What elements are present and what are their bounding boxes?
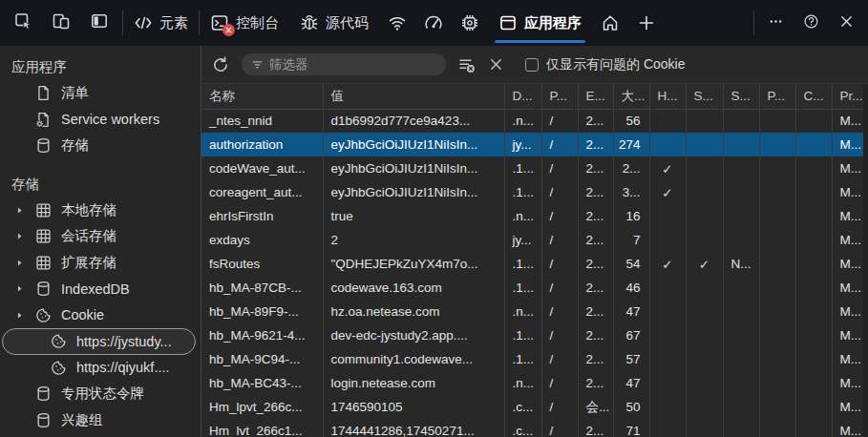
- table-row[interactable]: exdays2jy.../2...7M...: [201, 228, 868, 252]
- cookie-filter-input[interactable]: [269, 57, 436, 72]
- tab-performance[interactable]: [415, 0, 452, 46]
- chevron-right-icon[interactable]: [15, 311, 24, 320]
- tab-sources[interactable]: 源代码: [289, 0, 379, 46]
- home-icon: [601, 13, 620, 32]
- cell-httponly: [649, 204, 686, 228]
- tab-application[interactable]: 应用程序: [488, 0, 592, 46]
- tab-label: 源代码: [326, 14, 369, 32]
- sidebar-item-cookie-jystudy[interactable]: https://jystudy...: [2, 328, 196, 355]
- cell-httponly: [649, 371, 686, 395]
- sidebar-item-indexeddb[interactable]: IndexedDB: [0, 276, 201, 302]
- tab-network[interactable]: [379, 0, 415, 46]
- only-blocked-cookies-toggle: 仅显示有问题的 Cookie: [525, 56, 685, 73]
- cell-crosssite: [795, 252, 832, 276]
- tab-home[interactable]: [592, 0, 628, 46]
- sidebar-item-local-storage[interactable]: 本地存储: [0, 198, 201, 224]
- cell-crosssite: [795, 204, 832, 228]
- table-row[interactable]: hb_MA-9621-4...dev-edc-jystudy2.app.....…: [201, 323, 868, 347]
- chevron-right-icon[interactable]: [15, 284, 24, 293]
- sidebar-item-label: 会话存储: [61, 227, 116, 245]
- column-header-value[interactable]: 值: [323, 84, 504, 109]
- refresh-icon[interactable]: [211, 55, 230, 74]
- close-button[interactable]: [838, 13, 855, 33]
- table-row[interactable]: coreagent_aut...eyJhbGciOiJIUzI1NiIsIn..…: [201, 180, 868, 204]
- cell-samesite: [723, 204, 759, 228]
- table-row[interactable]: hb_MA-87CB-...codewave.163.com.1.../2...…: [201, 276, 868, 300]
- cell-partitionkey: [759, 347, 795, 371]
- cell-httponly: [649, 419, 686, 437]
- column-header-secure[interactable]: S...: [686, 84, 723, 109]
- table-row[interactable]: Hm_lvt_266c1...1744441286,17450271....c.…: [201, 419, 868, 437]
- help-button[interactable]: [803, 13, 819, 33]
- cell-path: /: [541, 395, 578, 419]
- sidebar-item-storage[interactable]: 存储: [0, 133, 201, 159]
- tab-console[interactable]: 控制台: [200, 0, 289, 46]
- table-row[interactable]: codeWave_aut...eyJhbGciOiJIUzI1NiIsIn...…: [201, 156, 868, 180]
- column-header-samesite[interactable]: S...: [723, 84, 759, 109]
- cell-domain: .n...: [504, 371, 541, 395]
- cell-secure: [686, 228, 723, 252]
- tab-new-tab[interactable]: [628, 0, 665, 46]
- clear-all-icon[interactable]: [488, 56, 504, 73]
- cell-path: /: [541, 133, 578, 156]
- column-header-path[interactable]: P...: [541, 84, 578, 109]
- table-row[interactable]: fsRoutes"QDHEJEPkZuYX4m7o....1.../2...54…: [201, 252, 868, 276]
- sidebar-item-label: 本地存储: [61, 201, 116, 219]
- sidebar-item-cookie-qiyukf[interactable]: https://qiyukf....: [0, 355, 201, 382]
- table-row[interactable]: hb_MA-BC43-...login.netease.com.n.../2..…: [201, 371, 868, 395]
- sidebar-item-session-storage[interactable]: 会话存储: [0, 223, 201, 250]
- tab-memory[interactable]: [452, 0, 488, 46]
- sidebar-item-interest-groups[interactable]: 兴趣组: [0, 407, 201, 434]
- chevron-right-icon[interactable]: [15, 206, 24, 215]
- table-row[interactable]: hb_MA-9C94-...community1.codewave....1..…: [201, 347, 868, 371]
- cell-samesite: [723, 276, 759, 300]
- cookie-filter-box[interactable]: [242, 53, 446, 75]
- sidebar-item-private-state-tokens[interactable]: 专用状态令牌: [0, 381, 201, 407]
- tab-elements[interactable]: 元素: [123, 0, 199, 46]
- cell-size: 7: [613, 228, 649, 252]
- cell-path: /: [541, 276, 578, 300]
- column-header-name[interactable]: 名称: [201, 84, 323, 109]
- sidebar-item-manifest[interactable]: 清单: [0, 80, 201, 107]
- sidebar-item-shared-storage[interactable]: [0, 433, 201, 437]
- panel-tabs: 元素控制台源代码应用程序: [123, 0, 665, 46]
- column-header-crosssite[interactable]: C...: [795, 84, 832, 109]
- chevron-right-icon[interactable]: [15, 232, 24, 240]
- cell-httponly: [649, 276, 686, 300]
- sidebar-item-label: Service workers: [61, 112, 159, 127]
- sidebar-item-service-workers[interactable]: Service workers: [0, 107, 201, 134]
- cookie-icon: [50, 332, 68, 350]
- cell-expires: 2...: [578, 300, 613, 323]
- cell-domain: jy...: [504, 133, 541, 156]
- chevron-right-icon[interactable]: [15, 259, 24, 267]
- column-header-expires[interactable]: E...: [578, 84, 613, 109]
- table-row[interactable]: authorizationeyJhbGciOiJIUzI1NiIsIn...jy…: [201, 133, 868, 156]
- more-tools-button[interactable]: [768, 13, 784, 33]
- inspect-button[interactable]: [13, 11, 32, 34]
- grid-icon: [34, 254, 53, 272]
- cell-name: coreagent_aut...: [201, 180, 323, 204]
- table-row[interactable]: _ntes_nnidd1b6992d777ce9a423....n.../2..…: [201, 109, 868, 133]
- table-row[interactable]: hb_MA-89F9-...hz.oa.netease.com.n.../2..…: [201, 300, 868, 323]
- dock-side-button[interactable]: [90, 11, 109, 34]
- vertical-scrollbar[interactable]: [863, 84, 868, 437]
- device-toolbar-button[interactable]: [52, 11, 71, 34]
- sidebar-item-label: https://qiyukf....: [76, 360, 170, 375]
- column-header-domain[interactable]: D...: [504, 84, 541, 109]
- cell-path: /: [541, 252, 578, 276]
- column-header-size[interactable]: 大...: [613, 84, 649, 109]
- cell-size: 2...: [613, 156, 649, 180]
- table-row[interactable]: ehrIsFirstIntrue.n.../2...16M...: [201, 204, 868, 228]
- console-error-badge: [222, 24, 235, 36]
- column-header-partitionkey[interactable]: P...: [759, 84, 795, 109]
- cell-samesite: [723, 180, 759, 204]
- column-header-httponly[interactable]: H...: [649, 84, 686, 109]
- cell-samesite: [723, 156, 759, 180]
- cell-domain: .1...: [504, 323, 541, 347]
- table-row[interactable]: Hm_lpvt_266c...1746590105.c.../会...50M..…: [201, 395, 868, 419]
- only-blocked-checkbox[interactable]: [525, 58, 539, 72]
- sidebar-item-extension-storage[interactable]: 扩展存储: [0, 250, 201, 277]
- close-icon: [838, 13, 855, 30]
- clear-filter-icon[interactable]: [457, 55, 476, 74]
- sidebar-item-cookies[interactable]: Cookie: [0, 302, 201, 329]
